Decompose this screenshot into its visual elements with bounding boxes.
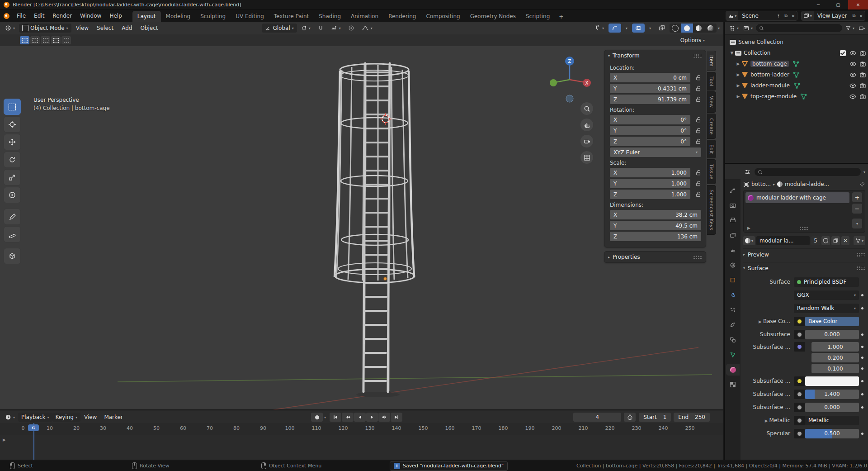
maximize-button[interactable]: ▢ (828, 0, 848, 10)
dimensions-x-field[interactable]: X38.2 cm (610, 210, 701, 219)
view-layer-remove-icon[interactable]: ✕ (858, 14, 865, 19)
view-layer-name[interactable]: View Layer (814, 13, 851, 19)
tab-scene-props[interactable] (726, 244, 740, 256)
tab-tissue[interactable]: Tissue (707, 159, 716, 184)
timeline-track-area[interactable]: ▶ (0, 435, 723, 460)
xray-toggle[interactable] (656, 24, 668, 33)
record-button[interactable] (311, 413, 323, 422)
lock-scale-x[interactable] (690, 170, 701, 176)
scale-y-field[interactable]: Y1.000 (610, 179, 690, 188)
tab-physics-props[interactable] (726, 319, 740, 331)
snap-toggle[interactable] (315, 24, 327, 33)
material-name-field[interactable]: modular-la... (756, 236, 810, 245)
socket-chip[interactable] (794, 416, 805, 425)
expand-arrow[interactable]: ▶ (735, 83, 741, 88)
scale-x-field[interactable]: X1.000 (610, 168, 690, 177)
transform-panel-header[interactable]: ▾ Transform (604, 50, 706, 61)
outliner-row-bottom-cage[interactable]: ▶ bottom-cage (729, 58, 868, 69)
tab-compositing[interactable]: Compositing (421, 11, 465, 22)
tab-constraints-props[interactable] (726, 334, 740, 346)
camera-visibility-icon[interactable] (860, 83, 866, 88)
socket-chip[interactable] (794, 330, 805, 339)
pan-button[interactable] (580, 119, 593, 131)
socket-chip[interactable] (794, 317, 805, 326)
tab-world-props[interactable] (726, 259, 740, 271)
tab-particles-props[interactable] (726, 304, 740, 316)
node-tree-button[interactable]: ▾ (854, 236, 865, 245)
eye-icon[interactable] (849, 51, 856, 56)
tool-transform[interactable] (4, 187, 21, 203)
tab-object-props[interactable] (726, 274, 740, 286)
tab-material-props[interactable] (726, 364, 740, 376)
editor-type-button[interactable]: ▾ (2, 24, 18, 33)
tab-geometry-nodes[interactable]: Geometry Nodes (465, 11, 521, 22)
shading-material-button[interactable] (693, 24, 705, 33)
tab-render-props[interactable] (726, 200, 740, 211)
menu-object[interactable]: Object (137, 23, 161, 33)
subsurface-method-dropdown[interactable]: Random Walk ▾ (794, 304, 859, 313)
location-x-field[interactable]: X0 cm (610, 73, 690, 82)
menu-add[interactable]: Add (118, 23, 136, 33)
scene-copy-icon[interactable]: ⧉ (783, 13, 789, 19)
panel-grip[interactable] (856, 266, 865, 270)
mode-dropdown[interactable]: Object Mode ▾ (19, 24, 71, 33)
tab-texture-paint[interactable]: Texture Paint (269, 11, 314, 22)
properties-filter-dropdown[interactable]: ▾ (863, 170, 865, 174)
tab-create[interactable]: Create (707, 114, 716, 139)
expand-arrow[interactable]: ▶ (735, 62, 741, 66)
subsurface-color-swatch[interactable] (805, 376, 859, 386)
preview-panel-header[interactable]: ▸ Preview (743, 248, 865, 260)
play-button[interactable] (366, 413, 378, 422)
add-slot-button[interactable]: + (852, 192, 862, 202)
lock-location-y[interactable] (690, 86, 701, 91)
visibility-dropdown[interactable]: ▾ (591, 24, 607, 33)
gizmo-z-negative[interactable] (566, 95, 573, 102)
shading-wireframe-button[interactable] (670, 24, 681, 33)
socket-chip[interactable] (794, 342, 805, 352)
eye-icon[interactable] (849, 94, 856, 99)
view-layer-browse-button[interactable]: ▾ (802, 11, 814, 20)
scene-pin-icon[interactable]: 🖈 (774, 14, 783, 19)
jump-to-start-button[interactable] (330, 413, 341, 422)
pivot-dropdown[interactable]: ▾ (298, 24, 314, 33)
dimensions-z-field[interactable]: Z136 cm (610, 232, 701, 241)
radius-z-field[interactable]: 0.100 (811, 364, 859, 373)
gizmo-y-axis[interactable] (550, 79, 557, 86)
slot-specials-button[interactable]: ▾ (852, 219, 862, 228)
lock-location-z[interactable] (690, 96, 701, 102)
fake-user-button[interactable] (821, 236, 830, 245)
select-mode-subtract-button[interactable] (41, 36, 50, 44)
select-mode-set-button[interactable] (20, 36, 29, 44)
socket-chip[interactable] (794, 376, 805, 386)
scale-z-field[interactable]: Z1.000 (610, 190, 690, 199)
breadcrumb-material[interactable]: modular-ladde... (785, 181, 829, 187)
tab-item[interactable]: Item (707, 51, 716, 71)
tool-measure[interactable] (4, 226, 21, 243)
shading-solid-button[interactable] (681, 24, 693, 33)
current-frame-field[interactable]: 4 (573, 413, 621, 422)
tool-select-box[interactable] (4, 99, 21, 115)
tab-screencast-keys[interactable]: Screencast Keys (707, 185, 716, 235)
outliner-editor-type-button[interactable]: ▾ (728, 24, 740, 32)
distribution-dropdown[interactable]: GGX ▾ (794, 290, 859, 300)
prev-keyframe-button[interactable] (342, 413, 354, 422)
properties-editor-type-button[interactable] (743, 168, 752, 176)
outliner-search-input[interactable] (756, 24, 842, 32)
browse-material-button[interactable]: ▾ (743, 236, 755, 245)
rotation-y-field[interactable]: Y0° (610, 126, 690, 135)
specular-slider[interactable]: 0.500 (805, 429, 859, 438)
scene-name[interactable]: Scene (738, 13, 774, 19)
rotation-z-field[interactable]: Z0° (610, 137, 690, 146)
proportional-falloff-dropdown[interactable]: ▾ (359, 24, 376, 32)
menu-file[interactable]: File (13, 11, 30, 21)
tool-move[interactable] (4, 134, 21, 150)
slot-list-grip[interactable] (799, 226, 808, 230)
pin-icon[interactable] (859, 181, 865, 187)
playhead[interactable] (33, 423, 34, 460)
socket-chip[interactable] (794, 403, 805, 412)
socket-chip[interactable] (794, 429, 805, 438)
slot-expand-arrow[interactable]: ▶ (747, 226, 750, 230)
properties-panel-header[interactable]: ▸ Properties (604, 252, 706, 262)
close-button[interactable]: ✕ (848, 0, 868, 10)
overlays-toggle[interactable] (632, 24, 645, 33)
